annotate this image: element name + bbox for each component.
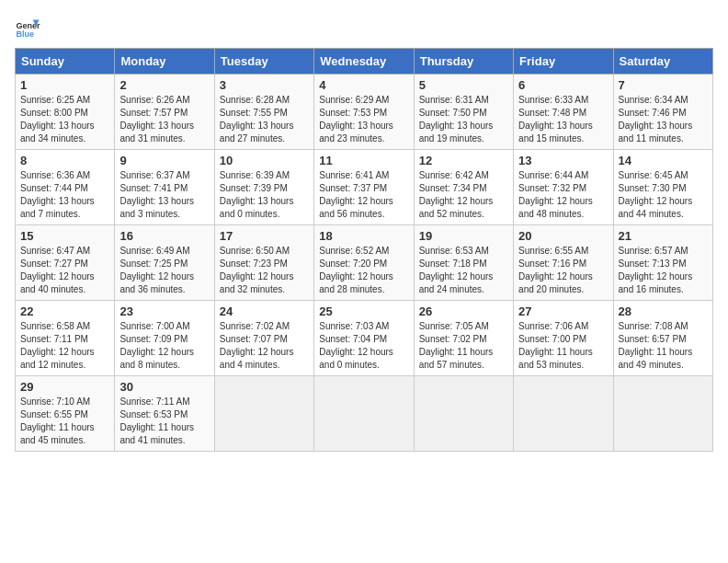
logo: General Blue — [15, 15, 44, 40]
cell-content: Sunrise: 6:52 AMSunset: 7:20 PMDaylight:… — [319, 245, 408, 296]
calendar-cell: 1Sunrise: 6:25 AMSunset: 8:00 PMDaylight… — [16, 75, 115, 150]
day-number: 8 — [20, 154, 109, 167]
calendar-cell: 13Sunrise: 6:44 AMSunset: 7:32 PMDayligh… — [514, 150, 613, 225]
day-number: 21 — [619, 229, 708, 243]
day-number: 22 — [20, 304, 109, 318]
svg-text:Blue: Blue — [16, 29, 34, 39]
calendar-cell: 22Sunrise: 6:58 AMSunset: 7:11 PMDayligh… — [16, 301, 115, 376]
calendar-cell: 6Sunrise: 6:33 AMSunset: 7:48 PMDaylight… — [514, 75, 613, 150]
calendar-cell: 14Sunrise: 6:45 AMSunset: 7:30 PMDayligh… — [613, 150, 712, 225]
calendar-cell: 2Sunrise: 6:26 AMSunset: 7:57 PMDaylight… — [115, 75, 214, 150]
day-number: 5 — [419, 78, 508, 92]
calendar-cell — [613, 376, 712, 452]
calendar-cell: 18Sunrise: 6:52 AMSunset: 7:20 PMDayligh… — [314, 225, 414, 301]
col-header-monday: Monday — [115, 49, 214, 75]
day-number: 7 — [619, 78, 708, 92]
calendar-cell: 20Sunrise: 6:55 AMSunset: 7:16 PMDayligh… — [514, 225, 613, 301]
calendar-cell: 28Sunrise: 7:08 AMSunset: 6:57 PMDayligh… — [613, 301, 712, 376]
cell-content: Sunrise: 7:03 AMSunset: 7:04 PMDaylight:… — [319, 320, 408, 372]
cell-content: Sunrise: 6:25 AMSunset: 8:00 PMDaylight:… — [20, 94, 109, 145]
day-number: 24 — [220, 304, 309, 318]
col-header-tuesday: Tuesday — [214, 49, 313, 75]
calendar-cell: 21Sunrise: 6:57 AMSunset: 7:13 PMDayligh… — [613, 225, 712, 301]
cell-content: Sunrise: 6:49 AMSunset: 7:25 PMDaylight:… — [119, 245, 209, 296]
cell-content: Sunrise: 6:57 AMSunset: 7:13 PMDaylight:… — [619, 245, 708, 296]
cell-content: Sunrise: 6:44 AMSunset: 7:32 PMDaylight:… — [518, 169, 608, 221]
day-number: 25 — [319, 304, 408, 318]
calendar-cell: 30Sunrise: 7:11 AMSunset: 6:53 PMDayligh… — [115, 376, 214, 452]
page-header: General Blue — [15, 15, 713, 40]
cell-content: Sunrise: 6:34 AMSunset: 7:46 PMDaylight:… — [619, 94, 708, 145]
col-header-wednesday: Wednesday — [314, 49, 414, 75]
day-number: 14 — [619, 154, 708, 167]
day-number: 9 — [119, 154, 209, 167]
cell-content: Sunrise: 7:06 AMSunset: 7:00 PMDaylight:… — [518, 320, 608, 372]
calendar-cell: 25Sunrise: 7:03 AMSunset: 7:04 PMDayligh… — [314, 301, 414, 376]
calendar-cell — [214, 376, 313, 452]
day-number: 23 — [119, 304, 209, 318]
day-number: 27 — [518, 304, 608, 318]
day-number: 1 — [20, 78, 109, 92]
cell-content: Sunrise: 6:28 AMSunset: 7:55 PMDaylight:… — [220, 94, 309, 145]
cell-content: Sunrise: 6:26 AMSunset: 7:57 PMDaylight:… — [119, 94, 209, 145]
day-number: 10 — [220, 154, 309, 167]
calendar-cell: 3Sunrise: 6:28 AMSunset: 7:55 PMDaylight… — [214, 75, 313, 150]
calendar-cell: 4Sunrise: 6:29 AMSunset: 7:53 PMDaylight… — [314, 75, 414, 150]
calendar-cell: 15Sunrise: 6:47 AMSunset: 7:27 PMDayligh… — [16, 225, 115, 301]
cell-content: Sunrise: 6:41 AMSunset: 7:37 PMDaylight:… — [319, 169, 408, 221]
cell-content: Sunrise: 6:58 AMSunset: 7:11 PMDaylight:… — [20, 320, 109, 372]
day-number: 30 — [119, 380, 209, 394]
cell-content: Sunrise: 6:29 AMSunset: 7:53 PMDaylight:… — [319, 94, 408, 145]
cell-content: Sunrise: 6:50 AMSunset: 7:23 PMDaylight:… — [220, 245, 309, 296]
calendar-cell: 11Sunrise: 6:41 AMSunset: 7:37 PMDayligh… — [314, 150, 414, 225]
calendar-cell: 16Sunrise: 6:49 AMSunset: 7:25 PMDayligh… — [115, 225, 214, 301]
cell-content: Sunrise: 6:31 AMSunset: 7:50 PMDaylight:… — [419, 94, 508, 145]
calendar-cell: 8Sunrise: 6:36 AMSunset: 7:44 PMDaylight… — [16, 150, 115, 225]
cell-content: Sunrise: 6:37 AMSunset: 7:41 PMDaylight:… — [119, 169, 209, 221]
logo-icon: General Blue — [15, 15, 40, 40]
calendar-cell: 29Sunrise: 7:10 AMSunset: 6:55 PMDayligh… — [16, 376, 115, 452]
day-number: 17 — [220, 229, 309, 243]
day-number: 18 — [319, 229, 408, 243]
day-number: 13 — [518, 154, 608, 167]
day-number: 29 — [20, 380, 109, 394]
calendar-cell — [314, 376, 414, 452]
calendar-cell — [514, 376, 613, 452]
day-number: 28 — [619, 304, 708, 318]
calendar-cell: 19Sunrise: 6:53 AMSunset: 7:18 PMDayligh… — [414, 225, 513, 301]
day-number: 26 — [419, 304, 508, 318]
day-number: 20 — [518, 229, 608, 243]
calendar-cell: 24Sunrise: 7:02 AMSunset: 7:07 PMDayligh… — [214, 301, 313, 376]
calendar-table: SundayMondayTuesdayWednesdayThursdayFrid… — [15, 48, 713, 452]
cell-content: Sunrise: 7:11 AMSunset: 6:53 PMDaylight:… — [119, 396, 209, 447]
cell-content: Sunrise: 7:08 AMSunset: 6:57 PMDaylight:… — [619, 320, 708, 372]
calendar-cell — [414, 376, 513, 452]
col-header-thursday: Thursday — [414, 49, 513, 75]
cell-content: Sunrise: 7:05 AMSunset: 7:02 PMDaylight:… — [419, 320, 508, 372]
cell-content: Sunrise: 6:45 AMSunset: 7:30 PMDaylight:… — [619, 169, 708, 221]
col-header-friday: Friday — [514, 49, 613, 75]
cell-content: Sunrise: 7:10 AMSunset: 6:55 PMDaylight:… — [20, 396, 109, 447]
cell-content: Sunrise: 6:42 AMSunset: 7:34 PMDaylight:… — [419, 169, 508, 221]
day-number: 11 — [319, 154, 408, 167]
calendar-cell: 9Sunrise: 6:37 AMSunset: 7:41 PMDaylight… — [115, 150, 214, 225]
calendar-cell: 7Sunrise: 6:34 AMSunset: 7:46 PMDaylight… — [613, 75, 712, 150]
cell-content: Sunrise: 6:36 AMSunset: 7:44 PMDaylight:… — [20, 169, 109, 221]
day-number: 6 — [518, 78, 608, 92]
calendar-cell: 23Sunrise: 7:00 AMSunset: 7:09 PMDayligh… — [115, 301, 214, 376]
day-number: 3 — [220, 78, 309, 92]
day-number: 12 — [419, 154, 508, 167]
day-number: 16 — [119, 229, 209, 243]
calendar-cell: 27Sunrise: 7:06 AMSunset: 7:00 PMDayligh… — [514, 301, 613, 376]
cell-content: Sunrise: 7:02 AMSunset: 7:07 PMDaylight:… — [220, 320, 309, 372]
calendar-cell: 5Sunrise: 6:31 AMSunset: 7:50 PMDaylight… — [414, 75, 513, 150]
day-number: 2 — [119, 78, 209, 92]
cell-content: Sunrise: 6:39 AMSunset: 7:39 PMDaylight:… — [220, 169, 309, 221]
calendar-cell: 10Sunrise: 6:39 AMSunset: 7:39 PMDayligh… — [214, 150, 313, 225]
day-number: 19 — [419, 229, 508, 243]
col-header-saturday: Saturday — [613, 49, 712, 75]
day-number: 15 — [20, 229, 109, 243]
cell-content: Sunrise: 6:33 AMSunset: 7:48 PMDaylight:… — [518, 94, 608, 145]
cell-content: Sunrise: 6:55 AMSunset: 7:16 PMDaylight:… — [518, 245, 608, 296]
calendar-cell: 12Sunrise: 6:42 AMSunset: 7:34 PMDayligh… — [414, 150, 513, 225]
